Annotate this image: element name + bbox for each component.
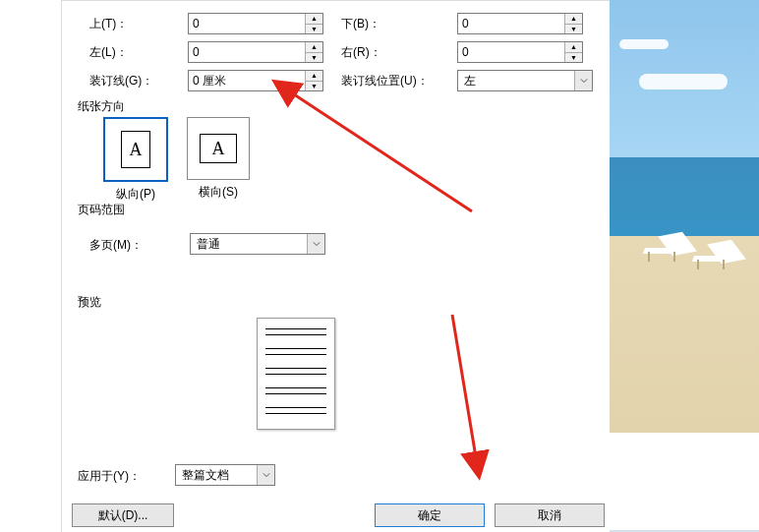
chevron-down-icon [257,465,274,485]
spinner-up-icon[interactable]: ▲ [565,14,582,25]
orientation-landscape[interactable]: A 横向(S) [186,117,251,192]
margin-top-label: 上(T)： [89,16,128,32]
portrait-page-icon: A [121,131,150,168]
beach-chair-icon [693,242,747,269]
spinner-down-icon[interactable]: ▼ [306,82,322,91]
margin-left-input[interactable]: ▲▼ [188,41,323,63]
margin-right-input[interactable]: ▲▼ [457,41,583,63]
gutter-input[interactable]: ▲▼ [188,70,323,91]
background-photo [610,0,759,433]
multi-page-select[interactable]: 普通 [190,233,325,255]
default-button[interactable]: 默认(D)... [72,503,174,527]
margin-bottom-label: 下(B)： [341,16,380,32]
spinner-up-icon[interactable]: ▲ [306,42,322,53]
chevron-down-icon [307,234,324,254]
spinner-down-icon[interactable]: ▼ [565,25,582,34]
ok-button[interactable]: 确定 [375,503,485,527]
spinner-down-icon[interactable]: ▼ [306,25,322,34]
page-setup-dialog: 上(T)： ▲▼ 下(B)： ▲▼ 左(L)： ▲▼ 右(R)： ▲▼ [0,0,610,532]
preview-section-label: 预览 [78,294,101,311]
spinner-up-icon[interactable]: ▲ [565,42,582,53]
apply-to-label: 应用于(Y)： [78,468,141,485]
orientation-section-label: 纸张方向 [78,98,125,115]
orientation-portrait[interactable]: A 纵向(P) [103,117,168,192]
beach-chair-icon [644,234,698,262]
multi-page-label: 多页(M)： [89,237,143,254]
cancel-button[interactable]: 取消 [495,503,605,527]
margin-left-label: 左(L)： [89,44,128,61]
page-preview [257,318,335,430]
chevron-down-icon [574,71,592,90]
gutter-label: 装订线(G)： [89,73,153,89]
apply-to-select[interactable]: 整篇文档 [175,464,275,486]
spinner-up-icon[interactable]: ▲ [306,71,322,82]
margin-right-label: 右(R)： [341,44,381,61]
gutter-pos-label: 装订线位置(U)： [341,73,429,89]
margin-bottom-input[interactable]: ▲▼ [457,13,583,34]
spinner-down-icon[interactable]: ▼ [565,53,582,63]
orientation-landscape-label: 横向(S) [186,184,251,201]
gutter-pos-select[interactable]: 左 [457,70,593,91]
margin-top-input[interactable]: ▲▼ [188,13,323,34]
landscape-page-icon: A [200,134,237,163]
orientation-portrait-label: 纵向(P) [103,186,168,203]
spinner-up-icon[interactable]: ▲ [306,14,322,25]
page-range-section-label: 页码范围 [78,202,125,218]
spinner-down-icon[interactable]: ▼ [306,53,322,63]
